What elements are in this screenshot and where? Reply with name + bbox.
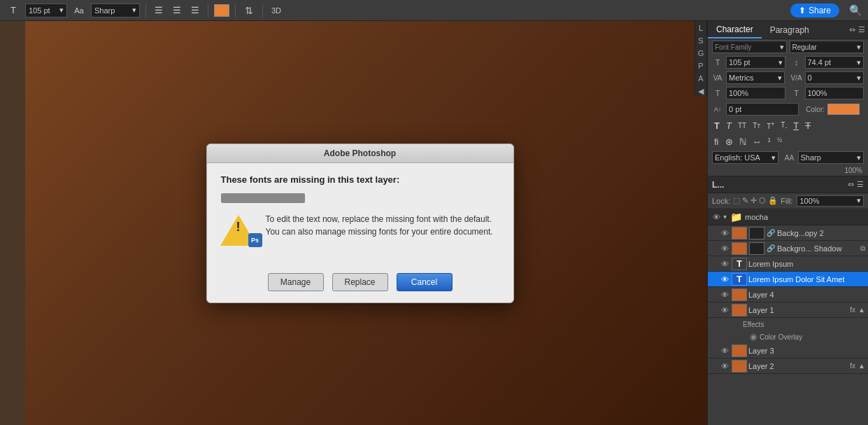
align-left-btn[interactable]: ☰ <box>152 4 166 17</box>
layer-row-layer2[interactable]: 👁 Layer 2 fx ▲ <box>708 358 868 374</box>
ligatures-btn[interactable]: fi <box>712 136 721 148</box>
layer-name-lorem2: Lorem Ipsum Dolor Sit Amet <box>748 275 865 284</box>
layer-eye-icon[interactable]: 👁 <box>719 362 730 370</box>
all-caps-btn[interactable]: TT <box>736 121 748 130</box>
underline-btn[interactable]: T <box>791 120 801 132</box>
kerning-field[interactable]: Metrics ▾ <box>726 71 785 84</box>
style4-btn[interactable]: 1 <box>766 136 774 147</box>
properties-icon[interactable]: P <box>695 62 706 70</box>
lock-position-icon[interactable]: ✛ <box>750 196 757 205</box>
sep-4 <box>262 4 263 18</box>
color-section: Color: <box>802 102 864 116</box>
tab-paragraph[interactable]: Paragraph <box>762 22 818 38</box>
language-dropdown[interactable]: English: USA ▾ <box>712 151 778 164</box>
layer-eye-icon[interactable]: 👁 <box>719 306 730 314</box>
baseline-icon: A↑ <box>712 106 723 113</box>
layer-expand2-icon[interactable]: ▲ <box>858 362 865 370</box>
sep-3 <box>235 4 236 18</box>
opacity-label: 100% <box>844 167 862 174</box>
adjustments-icon[interactable]: A <box>695 74 706 83</box>
collapse-icon[interactable]: ◀ <box>695 87 706 96</box>
channels-icon[interactable]: S <box>695 36 706 45</box>
share-button[interactable]: ⬆ Share <box>790 4 839 18</box>
warp-text-icon[interactable]: ⇅ <box>241 3 257 18</box>
menu-icon[interactable]: ☰ <box>858 25 865 34</box>
layer-row-layer4[interactable]: 👁 Layer 4 <box>708 287 868 302</box>
layer-row-layer1[interactable]: 👁 Layer 1 fx ▲ <box>708 302 868 318</box>
layer-eye-icon[interactable]: 👁 <box>719 347 730 355</box>
replace-button[interactable]: Replace <box>332 273 388 291</box>
dialog-description: To edit the text now, replace the missin… <box>266 213 499 238</box>
missing-fonts-dialog: Adobe Photoshop These fonts are missing … <box>206 144 514 303</box>
leading-field[interactable]: 74.4 pt ▾ <box>805 56 865 69</box>
search-icon[interactable]: 🔍 <box>849 4 862 17</box>
lock-all-icon[interactable]: 🔒 <box>768 196 778 205</box>
3d-icon[interactable]: 3D <box>269 3 284 18</box>
bold-btn[interactable]: T <box>712 120 722 132</box>
layer-eye-icon[interactable]: 👁 <box>719 244 730 253</box>
tab-character[interactable]: Character <box>708 22 762 39</box>
group-arrow-icon: ▾ <box>723 213 727 221</box>
layer-row-lorem1[interactable]: 👁 T Lorem Ipsum <box>708 256 868 272</box>
font-name-dropdown[interactable]: Sharp ▾ <box>91 4 140 18</box>
strikethrough-btn[interactable]: T <box>803 120 813 132</box>
layer-fx-label: fx <box>850 306 855 314</box>
layer-name-layer1: Layer 1 <box>748 306 848 314</box>
text-color-swatch[interactable] <box>214 4 229 17</box>
font-family-input[interactable]: Font Family ▾ <box>712 41 787 53</box>
style2-btn[interactable]: ℕ <box>737 136 748 148</box>
top-toolbar: T 105 pt ▾ Aa Sharp ▾ ☰ ☰ ☰ ⇅ 3D ⬆ Share… <box>0 0 868 21</box>
layer-eye-icon[interactable]: 👁 <box>719 229 730 237</box>
layer-group-mocha[interactable]: 👁 ▾ 📁 mocha <box>708 209 868 225</box>
dialog-overlay: Adobe Photoshop These fonts are missing … <box>25 21 695 425</box>
oldstyle-btn[interactable]: ⊛ <box>723 136 735 148</box>
style-controls-row2: fi ⊛ ℕ ↔ 1 ½ <box>708 134 868 150</box>
subscript-btn[interactable]: T- <box>778 120 789 132</box>
scale-v-field[interactable]: 100% <box>805 87 865 99</box>
layer-row-shadow[interactable]: 👁 🔗 Backgro... Shadow ⧉ <box>708 241 868 256</box>
superscript-btn[interactable]: T+ <box>764 120 776 131</box>
layer-eye-icon[interactable]: 👁 <box>719 291 730 299</box>
layer-eye-icon[interactable]: 👁 <box>719 260 730 268</box>
cancel-button[interactable]: Cancel <box>397 273 453 291</box>
lock-artboard-icon[interactable]: ⬡ <box>759 196 766 205</box>
lock-transparent-icon[interactable]: ⬚ <box>733 196 740 205</box>
layer-row-lorem2[interactable]: 👁 T Lorem Ipsum Dolor Sit Amet <box>708 272 868 287</box>
layer-expand-icon[interactable]: ▲ <box>858 306 865 314</box>
aa-dropdown[interactable]: Sharp ▾ <box>798 151 865 164</box>
layer-thumb-layer4 <box>732 288 747 301</box>
warning-icon: ! Ps <box>221 213 256 248</box>
layer-row-layer3[interactable]: 👁 Layer 3 <box>708 343 868 358</box>
layer-name-layer4: Layer 4 <box>748 291 865 299</box>
layers-panel-menu[interactable]: ☰ <box>857 180 864 189</box>
expand-icon[interactable]: ⇔ <box>849 25 855 34</box>
align-right-btn[interactable]: ☰ <box>188 4 202 17</box>
layers-icon[interactable]: L <box>695 24 706 32</box>
style3-btn[interactable]: ↔ <box>750 136 764 148</box>
style5-btn[interactable]: ½ <box>775 136 784 147</box>
text-color-swatch-panel[interactable] <box>827 104 860 115</box>
fill-value-input[interactable]: 100% ▾ <box>797 195 864 207</box>
manage-button[interactable]: Manage <box>268 273 324 291</box>
lock-image-icon[interactable]: ✎ <box>742 196 748 205</box>
font-style-input[interactable]: Regular ▾ <box>790 41 865 53</box>
font-size-field[interactable]: 105 pt ▾ <box>726 56 785 69</box>
layer-visibility-icon[interactable]: 👁 <box>711 213 722 221</box>
small-caps-btn[interactable]: TT <box>750 121 762 130</box>
layer-name-backgopy2: Backg...opy 2 <box>777 229 865 237</box>
baseline-field[interactable]: 0 pt <box>726 103 799 116</box>
paths-icon[interactable]: G <box>695 49 706 57</box>
lock-label: Lock: <box>712 197 730 205</box>
tracking-field[interactable]: 0 ▾ <box>805 71 864 84</box>
font-size-input[interactable]: 105 pt ▾ <box>25 4 67 18</box>
align-center-btn[interactable]: ☰ <box>170 4 184 17</box>
layer-eye-icon[interactable]: 👁 <box>719 275 730 284</box>
layer-row-backgopy2[interactable]: 👁 🔗 Backg...opy 2 <box>708 225 868 241</box>
scale-h-field[interactable]: 100% <box>726 87 785 99</box>
layer-color-overlay-row[interactable]: ◉ Color Overlay <box>708 330 868 343</box>
text-tool-icon[interactable]: T <box>6 3 21 18</box>
ps-badge: Ps <box>248 233 262 247</box>
layers-panel-expand[interactable]: ⇔ <box>848 180 854 189</box>
italic-btn[interactable]: T <box>724 120 734 132</box>
layer-name-shadow: Backgro... Shadow <box>777 244 859 253</box>
